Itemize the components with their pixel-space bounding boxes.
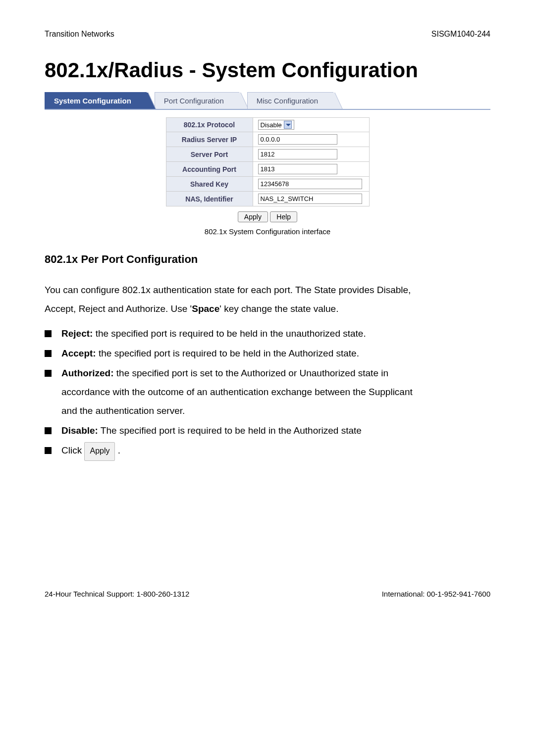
section-heading: 802.1x Per Port Configuration (45, 253, 490, 266)
intro-space-key: Space (192, 303, 219, 314)
tab-port-configuration[interactable]: Port Configuration (155, 92, 239, 109)
bullet-authorized-label: Authorized: (61, 368, 114, 378)
page-title: 802.1x/Radius - System Configuration (45, 58, 490, 82)
bullet-accept-text: the specified port is required to be hel… (96, 348, 359, 358)
bullet-authorized-text3: and the authentication server. (61, 402, 490, 420)
inline-apply-button[interactable]: Apply (84, 442, 115, 461)
intro-line2a: Accept, Reject and Authorize. Use ' (45, 303, 192, 314)
header-right: SISGM1040-244 (431, 30, 490, 39)
chevron-down-icon (284, 121, 292, 129)
input-nas-identifier[interactable] (258, 194, 362, 204)
bullet-disable: Disable: The specified port is required … (61, 421, 490, 440)
footer-left: 24-Hour Technical Support: 1-800-260-131… (45, 590, 189, 598)
bullet-authorized: Authorized: the specified port is set to… (61, 364, 490, 420)
label-accounting-port: Accounting Port (166, 162, 253, 177)
footer-right: International: 00-1-952-941-7600 (382, 590, 490, 598)
bullet-list: Reject: the specified port is required t… (45, 324, 490, 461)
bullet-click-apply: Click Apply . (61, 441, 490, 461)
label-radius-server-ip: Radius Server IP (166, 132, 253, 147)
label-server-port: Server Port (166, 147, 253, 162)
bullet-accept-label: Accept: (61, 348, 96, 358)
tab-system-configuration[interactable]: System Configuration (45, 92, 147, 109)
intro-line1: You can configure 802.1x authentication … (45, 285, 411, 295)
tab-misc-configuration[interactable]: Misc Configuration (247, 92, 333, 109)
help-button[interactable]: Help (270, 211, 297, 222)
label-nas-identifier: NAS, Identifier (166, 192, 253, 206)
bullet-authorized-text2: accordance with the outcome of an authen… (61, 383, 490, 402)
label-8021x-protocol: 802.1x Protocol (166, 118, 253, 132)
bullet-disable-text: The specified port is required to be hel… (98, 425, 362, 436)
input-accounting-port[interactable] (258, 164, 337, 174)
apply-button[interactable]: Apply (238, 211, 268, 222)
intro-line2c: ' key change the state value. (219, 303, 338, 314)
tab-bar: System Configuration Port Configuration … (45, 92, 490, 110)
bullet-reject-text: the specified port is required to be hel… (93, 328, 366, 339)
header-left: Transition Networks (45, 30, 114, 39)
config-table: 802.1x Protocol Disable Radius Server IP… (166, 117, 370, 206)
intro-paragraph: You can configure 802.1x authentication … (45, 281, 490, 318)
bullet-disable-label: Disable: (61, 425, 98, 436)
dropdown-value: Disable (261, 121, 282, 129)
input-shared-key[interactable] (258, 179, 362, 189)
click-text: Click (61, 445, 84, 455)
bullet-reject-label: Reject: (61, 328, 93, 339)
input-radius-server-ip[interactable] (258, 134, 337, 145)
bullet-accept: Accept: the specified port is required t… (61, 344, 490, 363)
dropdown-8021x-protocol[interactable]: Disable (258, 120, 294, 130)
bullet-reject: Reject: the specified port is required t… (61, 324, 490, 343)
label-shared-key: Shared Key (166, 177, 253, 192)
input-server-port[interactable] (258, 149, 337, 159)
click-end: . (115, 445, 120, 455)
figure-caption: 802.1x System Configuration interface (45, 227, 490, 236)
bullet-authorized-text1: the specified port is set to the Authori… (114, 368, 389, 378)
